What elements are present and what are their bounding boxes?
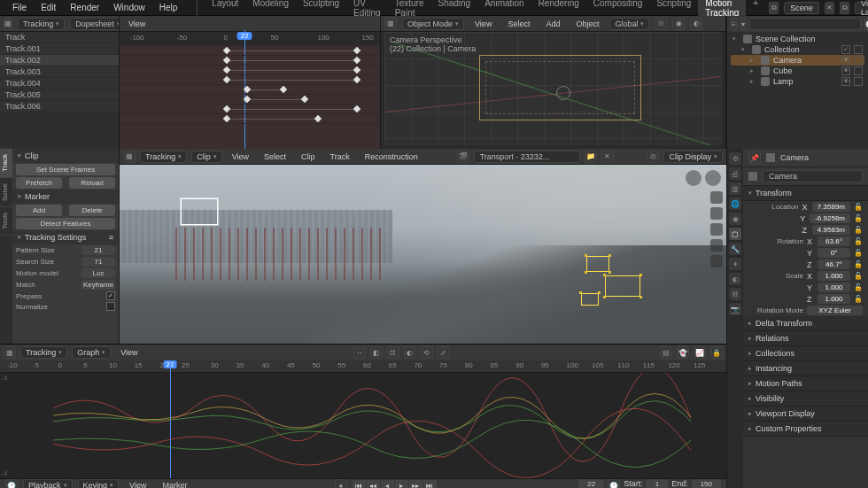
clip-display-dropdown[interactable]: Clip Display [663, 151, 723, 163]
search-size-field[interactable]: 71 [81, 257, 115, 267]
editor-type-icon[interactable]: ▦ [4, 346, 16, 359]
custom-properties-panel[interactable]: Custom Properties [743, 422, 868, 437]
nav-ball-icon[interactable] [686, 170, 701, 186]
filter-icon[interactable]: ⚪ [864, 18, 868, 30]
editor-type-icon[interactable]: ▦ [4, 18, 12, 30]
gizmo-icon[interactable] [710, 255, 723, 267]
editor-type-icon[interactable]: ▦ [384, 18, 397, 30]
orientation-dropdown[interactable]: Global [609, 18, 649, 30]
graph-tool-icon[interactable]: ⟲ [421, 346, 433, 359]
clip-view-menu[interactable]: View [227, 151, 254, 163]
graph-filter-icon[interactable]: 👻 [677, 346, 689, 359]
clip-clip-menu[interactable]: Clip [296, 151, 321, 163]
tree-collection[interactable]: ▾Collection✓ [731, 44, 864, 55]
current-frame-field[interactable]: 22 [578, 479, 604, 488]
tree-item-lamp[interactable]: ▸Lamp👁 [731, 76, 864, 87]
object-name-field[interactable]: Camera [763, 170, 863, 182]
set-scene-frames-button[interactable]: Set Scene Frames [16, 164, 115, 175]
render-toggle[interactable] [854, 77, 863, 86]
track-row[interactable]: Track.003 [0, 66, 119, 78]
visibility-toggle[interactable]: 👁 [841, 66, 850, 75]
clip-reconstruction-menu[interactable]: Reconstruction [360, 151, 423, 163]
visibility-panel[interactable]: Visibility [743, 391, 868, 407]
location-x-field[interactable]: 7.3589m [812, 202, 850, 212]
playback-dropdown[interactable]: Playback [23, 479, 73, 488]
vtab-solve[interactable]: Solve [0, 178, 12, 207]
graph-filter-icon[interactable]: 📈 [694, 346, 706, 359]
viewport-view-menu[interactable]: View [469, 18, 497, 30]
add-marker-button[interactable]: Add [16, 205, 62, 216]
relations-panel[interactable]: Relations [743, 331, 868, 346]
match-dropdown[interactable]: Keyframe [81, 280, 115, 290]
marker-panel-header[interactable]: Marker [12, 190, 119, 204]
menu-edit[interactable]: Edit [35, 1, 61, 14]
rotation-y-field[interactable]: 0° [818, 248, 850, 258]
end-frame-field[interactable]: 150 [692, 479, 721, 488]
scene-new-icon[interactable]: ✕ [825, 2, 834, 14]
track-row[interactable]: Track.002 [0, 55, 119, 66]
lock-icon[interactable]: 🔓 [854, 226, 863, 234]
tree-item-cube[interactable]: ▸Cube👁 [731, 66, 864, 76]
outliner-search[interactable] [749, 18, 861, 30]
collections-panel[interactable]: Collections [743, 346, 868, 361]
tracking-settings-header[interactable]: Tracking Settings≡ [12, 230, 119, 244]
menu-help[interactable]: Help [154, 1, 183, 14]
render-toggle[interactable] [854, 56, 863, 65]
prop-tab-particles-icon[interactable]: ✦ [729, 258, 741, 270]
scale-z-field[interactable]: 1.000 [818, 294, 850, 304]
prop-tab-world-icon[interactable]: ◉ [729, 213, 741, 225]
delta-transform-panel[interactable]: Delta Transform [743, 316, 868, 331]
lock-icon[interactable]: 🔓 [854, 295, 863, 303]
vtab-tools[interactable]: Tools [0, 207, 12, 236]
frame-ruler[interactable]: -100 -50 0 22 50 100 150 [120, 32, 380, 46]
gizmo-icon[interactable] [710, 239, 723, 252]
clip-remove-icon[interactable]: ✕ [601, 151, 614, 163]
lock-icon[interactable]: 🔓 [854, 283, 863, 291]
lock-icon[interactable]: 🔓 [854, 203, 863, 211]
gizmo-icon[interactable] [710, 207, 723, 220]
keying-dropdown[interactable]: Keying [78, 479, 120, 488]
prop-tab-physics-icon[interactable]: ◐ [729, 273, 741, 285]
track-row[interactable]: Track.006 [0, 101, 119, 112]
viewport-display-panel[interactable]: Viewport Display [743, 407, 868, 422]
prop-tab-output-icon[interactable]: 🖨 [729, 167, 741, 180]
gizmo-icon[interactable] [710, 191, 723, 204]
pattern-size-field[interactable]: 21 [81, 245, 115, 255]
prop-tab-data-icon[interactable]: 📷 [729, 303, 741, 315]
graph-tool-icon[interactable]: ◧ [370, 346, 383, 359]
graph-view-menu[interactable]: View [115, 346, 143, 359]
prop-tab-object-icon[interactable]: ▢ [729, 228, 741, 240]
prop-tab-scene-icon[interactable]: 🌐 [729, 198, 741, 210]
viewport-select-menu[interactable]: Select [502, 18, 535, 30]
prop-tab-modifier-icon[interactable]: 🔧 [729, 243, 741, 255]
dopesheet-area[interactable]: View -100 -50 0 22 50 100 150 [120, 16, 381, 149]
detect-features-button[interactable]: Detect Features [16, 218, 115, 229]
track-row[interactable]: Track [0, 32, 119, 43]
shading-icon[interactable]: ◐ [690, 18, 702, 30]
viewlayer-field[interactable]: View Layer [855, 2, 868, 14]
rotation-z-field[interactable]: 46.7° [818, 259, 850, 269]
jump-start-icon[interactable]: ⏮ [353, 480, 366, 489]
scene-field[interactable]: Scene [784, 2, 819, 14]
visibility-toggle[interactable]: ✓ [841, 45, 850, 54]
play-reverse-icon[interactable]: ◂ [381, 480, 394, 489]
lock-icon[interactable]: 🔓 [854, 214, 863, 222]
prop-tab-render-icon[interactable]: ⚙ [729, 152, 741, 165]
instancing-panel[interactable]: Instancing [743, 361, 868, 376]
clip-mode[interactable]: Tracking [140, 151, 187, 163]
graph-mode[interactable]: Tracking [20, 346, 67, 359]
normalize-checkbox[interactable] [106, 302, 115, 311]
dopesheet-editor[interactable]: Dopesheet [70, 18, 120, 30]
rotation-mode-dropdown[interactable]: XYZ Euler [807, 306, 863, 315]
lock-icon[interactable]: 🔓 [854, 272, 863, 280]
timeline-marker-menu[interactable]: Marker [157, 479, 192, 488]
scene-browse-icon[interactable]: ⧉ [769, 2, 779, 14]
tracking-marker[interactable] [586, 256, 609, 272]
auto-keying-icon[interactable]: ● [335, 479, 347, 488]
editor-type-icon[interactable]: ≡ [731, 18, 737, 30]
play-icon[interactable]: ▸ [395, 480, 408, 489]
graph-tool-icon[interactable]: ⊡ [387, 346, 399, 359]
lock-icon[interactable]: 🔓 [854, 237, 863, 245]
preset-icon[interactable]: ≡ [109, 233, 113, 242]
tree-item-camera[interactable]: ▸Camera👁 [731, 55, 864, 66]
